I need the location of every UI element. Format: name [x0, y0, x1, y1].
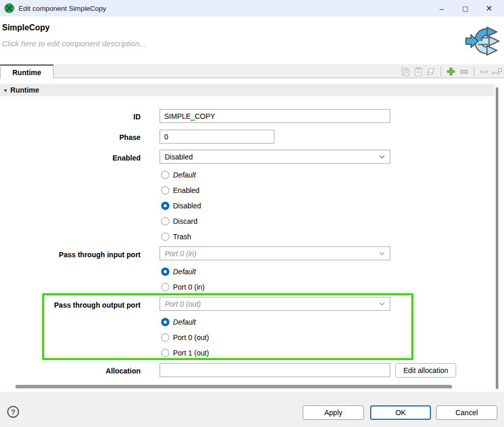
cancel-button[interactable]: Cancel	[436, 405, 497, 420]
radio-icon[interactable]	[161, 333, 169, 342]
chevron-down-icon	[379, 155, 385, 159]
output-port-radio-default[interactable]: Default	[161, 317, 196, 327]
input-port-radio-default[interactable]: Default	[161, 267, 196, 276]
phase-label: Phase	[0, 133, 141, 141]
input-port-radio-port0[interactable]: Port 0 (in)	[161, 282, 204, 292]
enabled-radio-trash[interactable]: Trash	[161, 232, 191, 241]
simple-value-icon[interactable]: x=y	[479, 67, 488, 76]
id-label: ID	[0, 113, 141, 121]
chevron-down-icon	[379, 302, 385, 306]
titlebar: Edit component SimpleCopy – ▢ ✕	[0, 0, 504, 16]
enabled-radio-enabled[interactable]: Enabled	[161, 186, 199, 195]
help-icon[interactable]: ?	[7, 406, 19, 418]
edit-component-dialog: Edit component SimpleCopy – ▢ ✕ SimpleCo…	[0, 0, 504, 427]
component-description-placeholder[interactable]: Click here to edit component description…	[2, 39, 146, 48]
dialog-footer: ? Apply OK Cancel	[0, 392, 504, 427]
input-port-dropdown-value: Port 0 (in)	[165, 250, 196, 258]
toolbar-separator	[441, 67, 441, 76]
vertical-scrollbar[interactable]	[496, 87, 498, 389]
cloverdx-app-icon	[4, 3, 14, 13]
radio-icon[interactable]	[161, 171, 169, 179]
close-button[interactable]: ✕	[477, 0, 501, 16]
remove-icon[interactable]	[459, 67, 468, 76]
simplecopy-arrows-icon	[465, 24, 501, 59]
maximize-button[interactable]: ▢	[454, 0, 477, 16]
copy-icon[interactable]	[401, 67, 410, 76]
window-title: Edit component SimpleCopy	[19, 5, 106, 12]
output-port-dropdown[interactable]: Port 0 (out)	[160, 297, 390, 311]
eraser-icon[interactable]	[426, 67, 436, 76]
enabled-radio-default[interactable]: Default	[161, 170, 196, 180]
radio-icon[interactable]	[161, 186, 169, 194]
tab-strip: Runtime	[0, 64, 504, 78]
chevron-down-icon	[379, 252, 385, 256]
phase-input[interactable]	[160, 130, 274, 144]
id-input[interactable]	[160, 109, 390, 123]
add-icon[interactable]	[446, 67, 456, 76]
paste-icon[interactable]	[413, 67, 423, 76]
radio-icon[interactable]	[161, 349, 169, 357]
component-header: SimpleCopy Click here to edit component …	[0, 16, 504, 62]
open-value-dialog-icon[interactable]: x=y	[492, 67, 502, 76]
runtime-section-header[interactable]: ▾ Runtime	[0, 84, 495, 96]
enabled-dropdown-value: Disabled	[165, 153, 193, 161]
property-toolbar: x=y x=y	[401, 65, 502, 78]
enabled-dropdown[interactable]: Disabled	[160, 150, 390, 164]
radio-icon-checked[interactable]	[161, 268, 169, 276]
radio-icon-checked[interactable]	[161, 202, 169, 210]
component-name: SimpleCopy	[2, 23, 49, 32]
apply-button[interactable]: Apply	[303, 405, 364, 420]
input-port-label: Pass through input port	[0, 251, 141, 259]
enabled-label: Enabled	[0, 154, 141, 162]
allocation-input[interactable]	[160, 363, 390, 377]
minimize-button[interactable]: –	[430, 0, 454, 16]
output-port-radio-port1[interactable]: Port 1 (out)	[161, 348, 209, 358]
tab-runtime[interactable]: Runtime	[0, 64, 54, 79]
radio-icon[interactable]	[161, 283, 169, 291]
output-port-label: Pass through output port	[0, 301, 141, 309]
radio-icon[interactable]	[161, 233, 169, 241]
input-port-dropdown[interactable]: Port 0 (in)	[160, 246, 390, 260]
enabled-radio-disabled[interactable]: Disabled	[161, 201, 201, 210]
radio-icon[interactable]	[161, 217, 169, 225]
toolbar-separator	[474, 67, 474, 76]
allocation-label: Allocation	[0, 367, 141, 375]
radio-icon-checked[interactable]	[161, 318, 169, 326]
ok-button[interactable]: OK	[370, 405, 431, 420]
output-port-radio-port0[interactable]: Port 0 (out)	[161, 333, 209, 342]
horizontal-scrollbar[interactable]	[15, 385, 452, 388]
collapse-triangle-icon: ▾	[4, 87, 7, 93]
output-port-dropdown-value: Port 0 (out)	[165, 300, 201, 308]
section-title: Runtime	[10, 86, 39, 94]
edit-allocation-button[interactable]: Edit allocation	[395, 363, 456, 378]
enabled-radio-discard[interactable]: Discard	[161, 217, 197, 226]
